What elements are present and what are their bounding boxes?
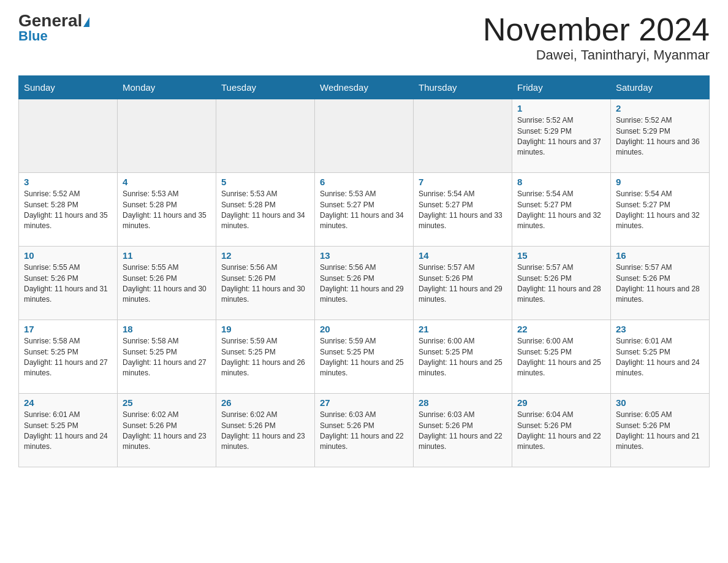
day-info: Sunrise: 6:03 AMSunset: 5:26 PMDaylight:… <box>419 410 507 453</box>
calendar-cell: 9Sunrise: 5:54 AMSunset: 5:27 PMDaylight… <box>611 173 710 247</box>
calendar-cell: 23Sunrise: 6:01 AMSunset: 5:25 PMDayligh… <box>611 320 710 394</box>
day-info: Sunrise: 6:01 AMSunset: 5:25 PMDaylight:… <box>616 336 704 379</box>
calendar-cell: 13Sunrise: 5:56 AMSunset: 5:26 PMDayligh… <box>315 247 414 320</box>
calendar-table: SundayMondayTuesdayWednesdayThursdayFrid… <box>18 75 710 467</box>
day-info: Sunrise: 5:55 AMSunset: 5:26 PMDaylight:… <box>123 262 211 305</box>
calendar-cell: 12Sunrise: 5:56 AMSunset: 5:26 PMDayligh… <box>216 247 315 320</box>
calendar-cell: 19Sunrise: 5:59 AMSunset: 5:25 PMDayligh… <box>216 320 315 394</box>
day-info: Sunrise: 5:57 AMSunset: 5:26 PMDaylight:… <box>616 262 704 305</box>
calendar-cell: 8Sunrise: 5:54 AMSunset: 5:27 PMDaylight… <box>512 173 611 247</box>
day-number: 15 <box>517 250 605 261</box>
day-info: Sunrise: 5:56 AMSunset: 5:26 PMDaylight:… <box>320 262 408 305</box>
page-header: General Blue November 2024 Dawei, Tanint… <box>18 12 710 63</box>
day-number: 30 <box>616 397 704 408</box>
title-area: November 2024 Dawei, Tanintharyi, Myanma… <box>483 12 710 63</box>
logo-blue: Blue <box>18 28 48 44</box>
calendar-cell: 29Sunrise: 6:04 AMSunset: 5:26 PMDayligh… <box>512 394 611 467</box>
day-info: Sunrise: 6:00 AMSunset: 5:25 PMDaylight:… <box>517 336 605 379</box>
calendar-cell: 24Sunrise: 6:01 AMSunset: 5:25 PMDayligh… <box>19 394 118 467</box>
header-day-sunday: Sunday <box>19 76 118 99</box>
day-info: Sunrise: 5:53 AMSunset: 5:27 PMDaylight:… <box>320 189 408 232</box>
calendar-cell: 25Sunrise: 6:02 AMSunset: 5:26 PMDayligh… <box>118 394 216 467</box>
calendar-cell: 11Sunrise: 5:55 AMSunset: 5:26 PMDayligh… <box>118 247 216 320</box>
day-number: 20 <box>320 324 408 334</box>
calendar-cell: 16Sunrise: 5:57 AMSunset: 5:26 PMDayligh… <box>611 247 710 320</box>
calendar-week-2: 3Sunrise: 5:52 AMSunset: 5:28 PMDaylight… <box>19 173 710 247</box>
day-info: Sunrise: 5:53 AMSunset: 5:28 PMDaylight:… <box>123 189 211 232</box>
header-day-thursday: Thursday <box>414 76 512 99</box>
calendar-cell <box>118 99 216 173</box>
calendar-cell: 18Sunrise: 5:58 AMSunset: 5:25 PMDayligh… <box>118 320 216 394</box>
header-day-saturday: Saturday <box>611 76 710 99</box>
calendar-cell: 2Sunrise: 5:52 AMSunset: 5:29 PMDaylight… <box>611 99 710 173</box>
day-info: Sunrise: 5:58 AMSunset: 5:25 PMDaylight:… <box>24 336 112 379</box>
calendar-week-3: 10Sunrise: 5:55 AMSunset: 5:26 PMDayligh… <box>19 247 710 320</box>
day-number: 2 <box>616 103 704 113</box>
day-number: 7 <box>419 177 507 187</box>
day-info: Sunrise: 5:58 AMSunset: 5:25 PMDaylight:… <box>123 336 211 379</box>
calendar-cell <box>315 99 414 173</box>
calendar-title: November 2024 <box>483 12 710 47</box>
calendar-cell <box>216 99 315 173</box>
day-info: Sunrise: 5:53 AMSunset: 5:28 PMDaylight:… <box>221 189 309 232</box>
day-number: 28 <box>419 397 507 408</box>
calendar-cell: 22Sunrise: 6:00 AMSunset: 5:25 PMDayligh… <box>512 320 611 394</box>
calendar-cell: 30Sunrise: 6:05 AMSunset: 5:26 PMDayligh… <box>611 394 710 467</box>
day-info: Sunrise: 6:05 AMSunset: 5:26 PMDaylight:… <box>616 410 704 453</box>
day-info: Sunrise: 5:57 AMSunset: 5:26 PMDaylight:… <box>517 262 605 305</box>
day-number: 25 <box>123 397 211 408</box>
calendar-cell: 17Sunrise: 5:58 AMSunset: 5:25 PMDayligh… <box>19 320 118 394</box>
header-day-monday: Monday <box>118 76 216 99</box>
day-number: 5 <box>221 177 309 187</box>
day-number: 1 <box>517 103 605 113</box>
day-info: Sunrise: 5:56 AMSunset: 5:26 PMDaylight:… <box>221 262 309 305</box>
header-day-wednesday: Wednesday <box>315 76 414 99</box>
calendar-cell: 7Sunrise: 5:54 AMSunset: 5:27 PMDaylight… <box>414 173 512 247</box>
day-number: 9 <box>616 177 704 187</box>
calendar-cell: 27Sunrise: 6:03 AMSunset: 5:26 PMDayligh… <box>315 394 414 467</box>
day-number: 23 <box>616 324 704 334</box>
calendar-week-5: 24Sunrise: 6:01 AMSunset: 5:25 PMDayligh… <box>19 394 710 467</box>
calendar-cell: 20Sunrise: 5:59 AMSunset: 5:25 PMDayligh… <box>315 320 414 394</box>
day-number: 6 <box>320 177 408 187</box>
day-number: 19 <box>221 324 309 334</box>
calendar-cell: 1Sunrise: 5:52 AMSunset: 5:29 PMDaylight… <box>512 99 611 173</box>
day-number: 22 <box>517 324 605 334</box>
day-number: 10 <box>24 250 112 261</box>
day-info: Sunrise: 5:52 AMSunset: 5:28 PMDaylight:… <box>24 189 112 232</box>
day-info: Sunrise: 5:57 AMSunset: 5:26 PMDaylight:… <box>419 262 507 305</box>
day-number: 11 <box>123 250 211 261</box>
calendar-cell: 4Sunrise: 5:53 AMSunset: 5:28 PMDaylight… <box>118 173 216 247</box>
calendar-week-4: 17Sunrise: 5:58 AMSunset: 5:25 PMDayligh… <box>19 320 710 394</box>
calendar-header-row: SundayMondayTuesdayWednesdayThursdayFrid… <box>19 76 710 99</box>
calendar-subtitle: Dawei, Tanintharyi, Myanmar <box>483 47 710 63</box>
day-number: 3 <box>24 177 112 187</box>
header-day-tuesday: Tuesday <box>216 76 315 99</box>
calendar-cell: 14Sunrise: 5:57 AMSunset: 5:26 PMDayligh… <box>414 247 512 320</box>
calendar-week-1: 1Sunrise: 5:52 AMSunset: 5:29 PMDaylight… <box>19 99 710 173</box>
day-info: Sunrise: 5:54 AMSunset: 5:27 PMDaylight:… <box>616 189 704 232</box>
calendar-cell: 6Sunrise: 5:53 AMSunset: 5:27 PMDaylight… <box>315 173 414 247</box>
calendar-cell: 10Sunrise: 5:55 AMSunset: 5:26 PMDayligh… <box>19 247 118 320</box>
calendar-cell <box>19 99 118 173</box>
day-number: 18 <box>123 324 211 334</box>
day-info: Sunrise: 6:02 AMSunset: 5:26 PMDaylight:… <box>221 410 309 453</box>
day-number: 17 <box>24 324 112 334</box>
calendar-cell: 21Sunrise: 6:00 AMSunset: 5:25 PMDayligh… <box>414 320 512 394</box>
day-number: 8 <box>517 177 605 187</box>
logo: General Blue <box>18 12 89 44</box>
day-number: 24 <box>24 397 112 408</box>
calendar-cell: 3Sunrise: 5:52 AMSunset: 5:28 PMDaylight… <box>19 173 118 247</box>
day-info: Sunrise: 5:59 AMSunset: 5:25 PMDaylight:… <box>320 336 408 379</box>
calendar-cell: 15Sunrise: 5:57 AMSunset: 5:26 PMDayligh… <box>512 247 611 320</box>
day-number: 21 <box>419 324 507 334</box>
calendar-cell <box>414 99 512 173</box>
day-info: Sunrise: 6:01 AMSunset: 5:25 PMDaylight:… <box>24 410 112 453</box>
day-number: 4 <box>123 177 211 187</box>
day-number: 29 <box>517 397 605 408</box>
day-info: Sunrise: 5:55 AMSunset: 5:26 PMDaylight:… <box>24 262 112 305</box>
day-info: Sunrise: 6:00 AMSunset: 5:25 PMDaylight:… <box>419 336 507 379</box>
day-number: 12 <box>221 250 309 261</box>
day-info: Sunrise: 5:52 AMSunset: 5:29 PMDaylight:… <box>616 115 704 158</box>
calendar-cell: 5Sunrise: 5:53 AMSunset: 5:28 PMDaylight… <box>216 173 315 247</box>
